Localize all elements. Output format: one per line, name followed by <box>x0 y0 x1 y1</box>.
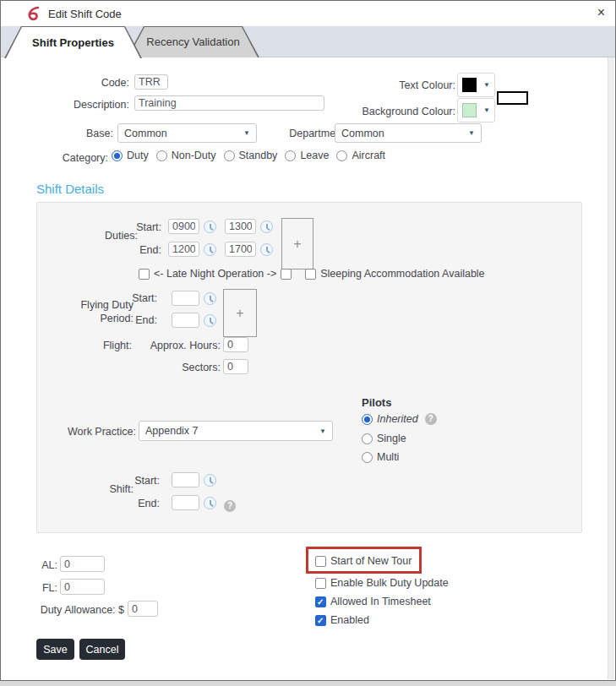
clock-icon[interactable] <box>260 243 273 256</box>
duty-allowance-input[interactable] <box>128 601 158 617</box>
radio-label: Inherited <box>377 413 418 425</box>
checkbox-label: Enable Bulk Duty Update <box>330 577 449 589</box>
clock-icon[interactable] <box>204 243 216 256</box>
start-of-new-tour-option[interactable]: Start of New Tour <box>315 555 412 567</box>
colour-preview-box <box>497 91 528 105</box>
fl-input[interactable] <box>60 579 105 595</box>
chevron-down-icon: ▼ <box>243 129 250 137</box>
background-colour-label: Background Colour: <box>337 106 455 117</box>
flight-label: Flight: <box>81 340 132 351</box>
checkbox-label: Allowed In Timesheet <box>330 596 431 607</box>
duty-end-time-2-input[interactable] <box>225 242 256 257</box>
tab-recency-validation[interactable]: Recency Validation <box>127 26 259 57</box>
sleeping-accommodation-checkbox[interactable] <box>305 269 316 280</box>
shift-start-input[interactable] <box>172 472 199 487</box>
clock-icon[interactable] <box>204 292 216 305</box>
text-colour-label: Text Colour: <box>364 79 455 91</box>
fdp-start-input[interactable] <box>172 291 199 306</box>
enable-bulk-duty-update-option[interactable]: Enable Bulk Duty Update <box>315 577 449 589</box>
sectors-input[interactable] <box>223 359 248 374</box>
duty-start-time-1-input[interactable] <box>168 219 199 234</box>
radio-label: Leave <box>300 150 329 161</box>
work-practice-select[interactable]: Appendix 7 ▼ <box>139 421 333 441</box>
base-select[interactable]: Common ▼ <box>117 123 257 143</box>
add-fdp-button[interactable]: + <box>223 289 257 337</box>
radio-option-single[interactable]: Single <box>362 433 406 444</box>
radio-icon <box>112 150 123 161</box>
clock-icon[interactable] <box>260 220 273 233</box>
shift-details-heading: Shift Details <box>36 182 104 196</box>
radio-label: Multi <box>377 451 399 463</box>
background-colour-dropdown[interactable]: ▼ <box>457 98 495 122</box>
radio-label: Single <box>377 433 406 444</box>
checkbox-label: Start of New Tour <box>330 555 412 567</box>
chevron-down-icon: ▼ <box>483 106 490 114</box>
text-colour-dropdown[interactable]: ▼ <box>457 73 495 97</box>
description-label: Description: <box>57 99 129 111</box>
description-input[interactable] <box>134 95 324 111</box>
radio-label: Aircraft <box>352 150 385 161</box>
department-select[interactable]: Common ▼ <box>335 123 482 143</box>
close-icon[interactable]: × <box>597 5 605 20</box>
vertical-scrollbar[interactable] <box>608 57 614 679</box>
al-input[interactable] <box>60 556 105 572</box>
base-value: Common <box>124 128 167 139</box>
clock-icon[interactable] <box>204 314 216 327</box>
radio-label: Non-Duty <box>172 150 216 161</box>
help-icon[interactable]: ? <box>425 413 437 425</box>
late-night-start-checkbox[interactable] <box>139 269 150 280</box>
save-button[interactable]: Save <box>36 639 74 660</box>
edit-shift-code-dialog: Edit Shift Code × Shift Properties Recen… <box>0 0 616 681</box>
radio-option-multi[interactable]: Multi <box>362 451 399 463</box>
duty-start-time-2-input[interactable] <box>225 219 256 234</box>
text-colour-swatch <box>462 78 477 92</box>
duty-allowance-label: Duty Allowance: $ <box>26 604 124 616</box>
tab-strip: Shift Properties Recency Validation <box>1 26 615 57</box>
radio-option-non-duty[interactable]: Non-Duty <box>156 150 216 161</box>
radio-option-aircraft[interactable]: Aircraft <box>336 150 385 161</box>
code-input[interactable] <box>134 74 168 90</box>
duties-end-label: End: <box>111 244 161 256</box>
help-icon[interactable]: ? <box>224 500 236 512</box>
cancel-button[interactable]: Cancel <box>79 639 125 660</box>
app-logo-icon <box>26 6 41 26</box>
enabled-checkbox <box>315 615 326 626</box>
radio-option-inherited[interactable]: Inherited ? <box>362 413 437 425</box>
fdp-end-label: End: <box>111 314 157 326</box>
allowed-in-timesheet-checkbox <box>315 596 326 607</box>
plus-icon: + <box>293 237 301 252</box>
approx-hours-input[interactable] <box>223 337 248 352</box>
radio-icon <box>362 452 373 463</box>
clock-icon[interactable] <box>204 474 216 487</box>
radio-icon <box>336 150 347 161</box>
work-practice-value: Appendix 7 <box>145 425 199 437</box>
fl-label: FL: <box>30 582 57 594</box>
pilots-heading: Pilots <box>362 396 391 409</box>
radio-option-standby[interactable]: Standby <box>224 150 278 161</box>
al-label: AL: <box>30 559 57 571</box>
tab-shift-properties[interactable]: Shift Properties <box>4 26 142 58</box>
plus-icon: + <box>236 306 243 321</box>
add-duty-button[interactable]: + <box>281 218 313 270</box>
clock-icon[interactable] <box>204 220 216 233</box>
title-bar: Edit Shift Code × <box>1 1 615 26</box>
radio-option-leave[interactable]: Leave <box>285 150 329 161</box>
start-of-new-tour-checkbox <box>315 556 326 567</box>
late-night-end-checkbox[interactable] <box>281 269 292 280</box>
code-label: Code: <box>79 77 129 89</box>
enabled-option[interactable]: Enabled <box>315 614 369 626</box>
approx-hours-label: Approx. Hours: <box>136 340 221 351</box>
chevron-down-icon: ▼ <box>483 81 490 89</box>
sleeping-accommodation-label: Sleeping Accommodation Available <box>320 268 484 280</box>
shift-end-label: End: <box>111 498 160 509</box>
shift-end-input[interactable] <box>172 495 199 510</box>
duties-start-label: Start: <box>111 221 161 233</box>
radio-option-duty[interactable]: Duty <box>112 150 149 161</box>
category-label: Category: <box>49 152 108 164</box>
allowed-in-timesheet-option[interactable]: Allowed In Timesheet <box>315 596 431 607</box>
fdp-end-input[interactable] <box>172 313 199 328</box>
chevron-down-icon: ▼ <box>468 129 475 137</box>
clock-icon[interactable] <box>204 497 216 509</box>
checkbox-label: Enabled <box>330 614 369 626</box>
duty-end-time-1-input[interactable] <box>168 242 199 257</box>
